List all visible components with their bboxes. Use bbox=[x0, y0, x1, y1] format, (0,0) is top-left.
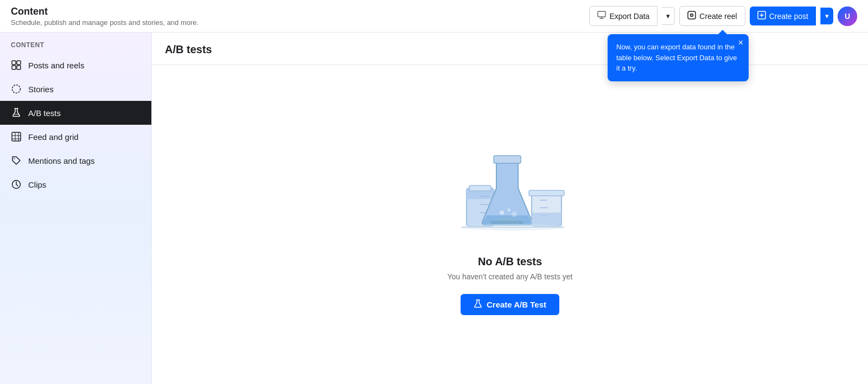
ab-tests-label: A/B tests bbox=[28, 108, 61, 118]
svg-point-26 bbox=[512, 212, 517, 217]
svg-point-13 bbox=[14, 158, 15, 159]
svg-rect-10 bbox=[17, 66, 21, 69]
main-layout: Content Posts and reels Stories bbox=[0, 33, 868, 384]
empty-state: No A/B tests You haven't created any A/B… bbox=[152, 65, 868, 384]
create-ab-icon bbox=[474, 299, 482, 310]
svg-rect-7 bbox=[12, 61, 16, 65]
create-reel-label: Create reel bbox=[699, 12, 737, 21]
svg-rect-17 bbox=[469, 185, 491, 191]
sidebar-item-ab-tests[interactable]: A/B tests bbox=[0, 101, 151, 125]
create-post-icon bbox=[757, 11, 766, 21]
content-area: A/B tests bbox=[152, 33, 868, 384]
svg-point-24 bbox=[500, 210, 504, 215]
svg-rect-32 bbox=[532, 213, 561, 226]
create-post-dropdown-button[interactable]: ▾ bbox=[820, 8, 833, 24]
lab-illustration bbox=[450, 134, 570, 242]
tooltip-close-button[interactable]: × bbox=[738, 39, 743, 47]
svg-rect-21 bbox=[494, 156, 521, 163]
stories-label: Stories bbox=[28, 85, 54, 94]
sidebar-item-clips[interactable]: Clips bbox=[0, 172, 151, 196]
avatar[interactable]: U bbox=[838, 7, 857, 26]
svg-rect-8 bbox=[17, 61, 21, 65]
empty-subtitle: You haven't created any A/B tests yet bbox=[448, 272, 573, 281]
svg-point-3 bbox=[692, 15, 693, 16]
svg-rect-23 bbox=[491, 221, 524, 224]
chevron-down-icon: ▾ bbox=[666, 12, 670, 20]
export-tooltip: × Now, you can export data found in the … bbox=[608, 34, 749, 81]
export-icon bbox=[597, 11, 606, 21]
export-label: Export Data bbox=[609, 12, 649, 21]
svg-point-25 bbox=[507, 208, 510, 212]
svg-rect-12 bbox=[12, 132, 21, 141]
circle-icon bbox=[11, 84, 22, 94]
reel-icon bbox=[687, 11, 696, 21]
mentions-and-tags-label: Mentions and tags bbox=[28, 156, 95, 165]
page-subtitle: Schedule, publish and manage posts and s… bbox=[11, 18, 199, 27]
clips-label: Clips bbox=[28, 180, 46, 189]
create-ab-label: Create A/B Test bbox=[487, 300, 546, 309]
grid-icon bbox=[11, 60, 22, 71]
header-left: Content Schedule, publish and manage pos… bbox=[11, 6, 199, 27]
create-ab-test-button[interactable]: Create A/B Test bbox=[461, 294, 559, 315]
svg-text:U: U bbox=[845, 12, 850, 21]
sidebar: Content Posts and reels Stories bbox=[0, 33, 152, 384]
sidebar-section-label: Content bbox=[0, 41, 151, 53]
ab-tests-page-title: A/B tests bbox=[165, 43, 855, 56]
clips-icon bbox=[11, 179, 22, 190]
chevron-down-icon-post: ▾ bbox=[825, 12, 829, 20]
header-right: × Now, you can export data found in the … bbox=[589, 6, 857, 26]
tag-icon bbox=[11, 155, 22, 166]
create-post-button[interactable]: Create post bbox=[750, 7, 816, 25]
tooltip-text: Now, you can export data found in the ta… bbox=[616, 43, 737, 72]
feed-and-grid-label: Feed and grid bbox=[28, 132, 79, 142]
sidebar-item-stories[interactable]: Stories bbox=[0, 77, 151, 101]
export-dropdown-button[interactable]: ▾ bbox=[662, 7, 675, 25]
top-header: Content Schedule, publish and manage pos… bbox=[0, 0, 868, 33]
create-reel-button[interactable]: Create reel bbox=[679, 6, 745, 26]
svg-rect-9 bbox=[12, 66, 16, 69]
grid2-icon bbox=[11, 131, 22, 142]
posts-and-reels-label: Posts and reels bbox=[28, 61, 84, 70]
sidebar-item-feed-and-grid[interactable]: Feed and grid bbox=[0, 125, 151, 149]
content-header: A/B tests bbox=[152, 33, 868, 65]
export-data-button[interactable]: Export Data bbox=[589, 6, 658, 26]
page-title: Content bbox=[11, 6, 199, 17]
svg-rect-0 bbox=[598, 11, 605, 17]
svg-point-34 bbox=[461, 224, 564, 231]
create-post-label: Create post bbox=[769, 12, 808, 21]
svg-point-11 bbox=[12, 85, 21, 93]
empty-title: No A/B tests bbox=[478, 255, 542, 268]
flask-icon bbox=[11, 107, 22, 118]
svg-rect-28 bbox=[529, 190, 564, 196]
sidebar-item-posts-and-reels[interactable]: Posts and reels bbox=[0, 53, 151, 77]
sidebar-item-mentions-and-tags[interactable]: Mentions and tags bbox=[0, 149, 151, 172]
